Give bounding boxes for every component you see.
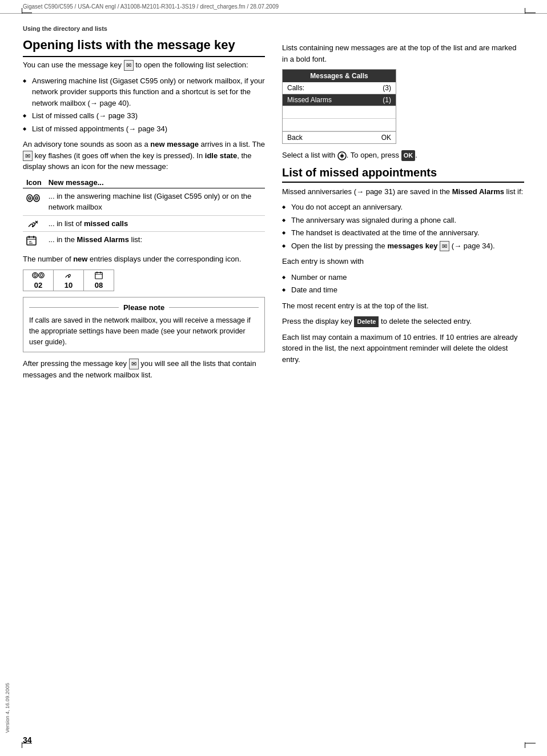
- icon-cell: [23, 188, 45, 215]
- page-body: Using the directory and lists Opening li…: [0, 14, 547, 396]
- list-item: Date and time: [282, 284, 524, 296]
- list-item: Answering machine list (Gigaset C595 onl…: [23, 75, 265, 109]
- counter-icon-2: [56, 271, 81, 281]
- list-item: The handset is deactivated at the time o…: [282, 227, 524, 239]
- please-note-box: Please note If calls are saved in the ne…: [23, 297, 265, 353]
- svg-point-15: [34, 274, 37, 277]
- msg-cell: ... in the Missed Alarms list:: [45, 232, 265, 248]
- footer-back: Back: [287, 134, 303, 142]
- phone-mockup-footer: Back OK: [283, 131, 396, 143]
- row-value: (3): [383, 84, 391, 92]
- counter-box: 02 10 08: [23, 270, 114, 291]
- phone-mockup-row-1: Calls: (3): [283, 82, 396, 94]
- section-label: Using the directory and lists: [23, 25, 265, 32]
- counter-cell-1: 02: [23, 270, 54, 291]
- list-item: The anniversary was signaled during a ph…: [282, 215, 524, 226]
- title2: List of missed appointments: [282, 166, 524, 183]
- select-para: Select a list with . To open, press OK.: [282, 150, 524, 161]
- left-column: Using the directory and lists Opening li…: [23, 25, 265, 385]
- svg-rect-8: [27, 237, 36, 245]
- phone-mockup-header: Messages & Calls: [283, 70, 396, 82]
- entry-bullet-list: Number or name Date and time: [282, 272, 524, 296]
- advisory-para: An advisory tone sounds as soon as a new…: [23, 139, 265, 172]
- page-footer: 34: [0, 735, 547, 745]
- each-entry-para: Each entry is shown with: [282, 256, 524, 267]
- ok-key: OK: [401, 150, 416, 161]
- page-header: Gigaset C590/C595 / USA-CAN engl / A3100…: [0, 0, 547, 14]
- right-column: Lists containing new messages are at the…: [282, 25, 524, 385]
- icon-table: Icon New message...: [23, 177, 265, 248]
- msg-cell: ... in the answering machine list (Gigas…: [45, 188, 265, 215]
- max-entries-para: Each list may contain a maximum of 10 en…: [282, 332, 524, 365]
- phone-mockup-row-4: [283, 119, 396, 131]
- counter-cell-2: 10: [54, 270, 84, 291]
- row-value: (1): [383, 96, 391, 104]
- table-row: ... in list of missed calls: [23, 215, 265, 232]
- bullet-list-1: Answering machine list (Gigaset C595 onl…: [23, 75, 265, 135]
- counter-num-1: 02: [26, 281, 51, 289]
- list-item: Number or name: [282, 272, 524, 283]
- missed-bullet-list: You do not accept an anniversary. The an…: [282, 202, 524, 251]
- counter-cell-3: 08: [84, 270, 114, 291]
- version-text: Version 4, 16.09.2005: [5, 683, 10, 733]
- msg-cell: ... in list of missed calls: [45, 215, 265, 232]
- phone-mockup: Messages & Calls Calls: (3) Missed Alarm…: [282, 69, 396, 144]
- svg-point-24: [341, 155, 343, 157]
- counter-icon-3: [86, 271, 111, 281]
- row-label: Missed Alarms: [287, 96, 332, 104]
- svg-point-17: [41, 274, 43, 277]
- header-text: Gigaset C590/C595 / USA-CAN engl / A3100…: [23, 3, 279, 10]
- counter-num-2: 10: [56, 281, 81, 289]
- list-item: List of missed appointments (→ page 34): [23, 123, 265, 135]
- icon-cell: [23, 215, 45, 232]
- intro-para: You can use the message key ✉ to open th…: [23, 59, 265, 71]
- counter-num-3: 08: [86, 281, 111, 289]
- footer-ok: OK: [381, 134, 391, 142]
- most-recent-para: The most recent entry is at the top of t…: [282, 300, 524, 312]
- icon-col-header: Icon: [23, 177, 45, 188]
- delete-btn: Delete: [354, 316, 379, 327]
- counter-icon-1: [26, 271, 51, 281]
- right-intro-para: Lists containing new messages are at the…: [282, 42, 524, 65]
- list-item: You do not accept an anniversary.: [282, 202, 524, 213]
- missed-intro: Missed anniversaries (→ page 31) are sav…: [282, 186, 524, 198]
- msg-col-header: New message...: [45, 177, 265, 188]
- please-note-text: If calls are saved in the network mailbo…: [29, 316, 251, 346]
- row-label: Calls:: [287, 84, 304, 92]
- counter-para: The number of new entries displays under…: [23, 254, 265, 265]
- please-note-header: Please note: [29, 302, 259, 313]
- svg-rect-18: [95, 272, 102, 279]
- phone-mockup-row-3: [283, 106, 396, 119]
- icon-cell: [23, 232, 45, 248]
- table-row: ... in the Missed Alarms list:: [23, 232, 265, 248]
- page-number: 34: [23, 735, 32, 745]
- after-note-para: After pressing the message key ✉ you wil…: [23, 358, 265, 380]
- press-delete-para: Press the display key Delete to delete t…: [282, 316, 524, 327]
- list-item: Open the list by pressing the messages k…: [282, 240, 524, 252]
- list-item: List of missed calls (→ page 33): [23, 110, 265, 122]
- phone-mockup-row-2: Missed Alarms (1): [283, 94, 396, 106]
- table-row: ... in the answering machine list (Gigas…: [23, 188, 265, 215]
- title1: Opening lists with the message key: [23, 38, 265, 57]
